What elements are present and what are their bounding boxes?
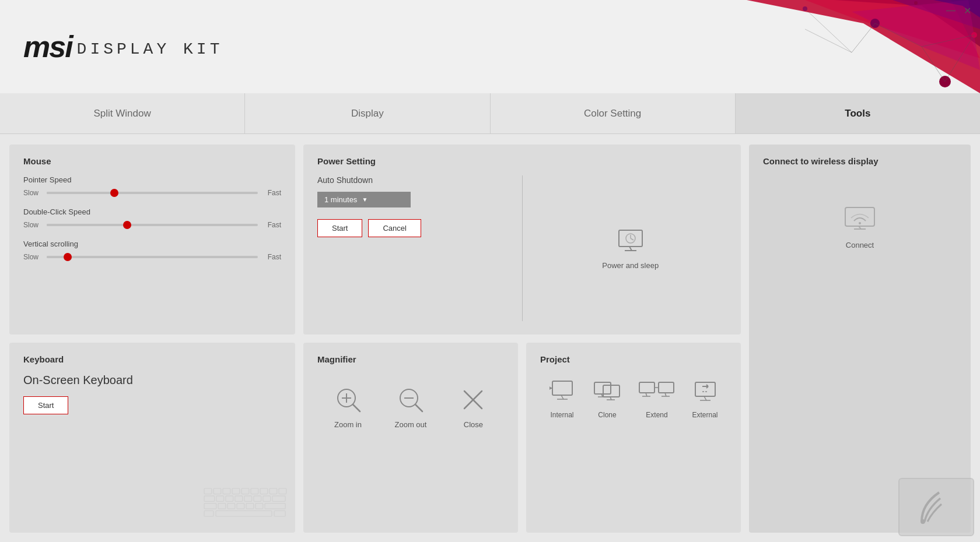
tab-tools[interactable]: Tools [736, 93, 980, 133]
svg-line-84 [704, 396, 706, 400]
power-sleep-section[interactable]: Power and sleep [602, 227, 659, 270]
svg-line-66 [561, 395, 564, 399]
svg-rect-76 [639, 382, 654, 393]
magnifier-card-title: Magnifier [317, 354, 504, 364]
project-card: Project Internal Clone [526, 343, 741, 533]
svg-point-27 [859, 222, 861, 224]
double-fast-label: Fast [264, 221, 281, 229]
pointer-speed-track[interactable] [47, 192, 258, 194]
pointer-fast-label: Fast [264, 189, 281, 197]
svg-rect-52 [265, 504, 285, 509]
zoom-in-item[interactable]: Zoom in [334, 385, 363, 429]
svg-rect-42 [244, 496, 252, 502]
close-button[interactable]: ✕ [961, 5, 973, 16]
header-logo: msi Display Kit [23, 29, 223, 64]
tools-card-title: Connect to wireless display [763, 156, 957, 166]
svg-rect-35 [260, 488, 268, 494]
svg-rect-37 [279, 488, 286, 494]
dropdown-row: 1 minutes ▼ [317, 192, 510, 207]
svg-rect-44 [263, 496, 271, 502]
zoom-out-icon [396, 385, 425, 414]
connect-label: Connect [846, 241, 874, 249]
pointer-speed-label: Pointer Speed [23, 175, 281, 184]
minimize-button[interactable]: — [945, 5, 957, 16]
vertical-fast-label: Fast [264, 253, 281, 261]
keyboard-start-button[interactable]: Start [23, 396, 68, 414]
zoom-in-icon [334, 385, 363, 414]
svg-point-17 [914, 1, 918, 5]
svg-rect-55 [274, 511, 285, 516]
cast-wifi-icon [916, 487, 957, 527]
double-click-track[interactable] [47, 224, 258, 226]
svg-rect-33 [242, 488, 249, 494]
magnifier-icons: Zoom in Zoom out Close [317, 374, 504, 429]
nav-tabs: Split Window Display Color Setting Tools [0, 93, 980, 134]
svg-marker-69 [550, 386, 552, 390]
power-inner: Auto Shutdown 1 minutes ▼ Start Cancel [317, 175, 727, 321]
keyboard-card: Keyboard On-Screen Keyboard Start [9, 343, 295, 533]
main-content: Mouse Pointer Speed Slow Fast Double-Cli… [0, 135, 980, 542]
keyboard-decoration-icon [202, 486, 295, 533]
svg-rect-50 [246, 504, 254, 509]
auto-shutdown-label: Auto Shutdown [317, 175, 510, 185]
auto-shutdown-dropdown[interactable]: 1 minutes ▼ [317, 192, 411, 207]
project-external-item[interactable]: External [691, 379, 720, 419]
clone-label: Clone [598, 411, 616, 419]
svg-rect-30 [214, 488, 221, 494]
svg-rect-45 [272, 496, 285, 502]
power-start-button[interactable]: Start [317, 219, 362, 237]
extend-icon [638, 379, 676, 405]
svg-line-57 [353, 404, 360, 411]
project-extend-item[interactable]: Extend [638, 379, 676, 419]
power-card-title: Power Setting [317, 156, 727, 166]
svg-rect-32 [232, 488, 240, 494]
double-click-label: Double-Click Speed [23, 207, 281, 216]
display-kit-text: Display Kit [77, 40, 223, 58]
magnifier-card: Magnifier Zoom in Zoom out [303, 343, 518, 533]
project-clone-item[interactable]: Clone [592, 379, 624, 419]
svg-line-23 [631, 238, 634, 240]
tab-split-window[interactable]: Split Window [0, 93, 245, 133]
header-decoration [630, 0, 980, 93]
zoom-in-label: Zoom in [334, 420, 362, 429]
vertical-slow-label: Slow [23, 253, 41, 261]
svg-line-14 [805, 29, 852, 52]
power-sleep-label: Power and sleep [602, 261, 659, 270]
tab-color-setting[interactable]: Color Setting [491, 93, 736, 133]
vertical-scroll-track[interactable] [47, 256, 258, 258]
double-click-section: Double-Click Speed Slow Fast [23, 207, 281, 229]
tools-card: Connect to wireless display Connect [749, 145, 971, 533]
svg-point-28 [921, 519, 925, 524]
svg-rect-83 [695, 382, 715, 396]
tab-display[interactable]: Display [245, 93, 490, 133]
external-icon [691, 379, 720, 405]
svg-rect-40 [226, 496, 233, 502]
svg-rect-36 [270, 488, 277, 494]
svg-line-9 [852, 23, 875, 52]
project-card-title: Project [540, 354, 727, 364]
magnifier-close-item[interactable]: Close [459, 385, 488, 429]
svg-rect-65 [552, 381, 572, 395]
project-internal-item[interactable]: Internal [548, 379, 577, 419]
clone-icon [592, 379, 624, 405]
svg-rect-39 [216, 496, 224, 502]
power-cancel-button[interactable]: Cancel [368, 219, 421, 237]
power-right: Power and sleep [523, 175, 727, 321]
cast-device-icon [898, 478, 974, 536]
internal-icon [548, 379, 577, 405]
power-sleep-icon [613, 227, 648, 256]
zoom-out-item[interactable]: Zoom out [395, 385, 427, 429]
header: msi Display Kit [0, 0, 980, 93]
vertical-scroll-section: Vertical scrolling Slow Fast [23, 240, 281, 261]
svg-rect-31 [223, 488, 230, 494]
wireless-display-icon [842, 205, 877, 234]
svg-rect-51 [256, 504, 263, 509]
title-bar: — ✕ [938, 0, 980, 21]
msi-logo-text: msi [23, 29, 72, 64]
pointer-slow-label: Slow [23, 189, 41, 197]
svg-rect-54 [204, 511, 214, 516]
svg-rect-46 [204, 504, 216, 509]
svg-rect-34 [251, 488, 258, 494]
svg-line-61 [415, 404, 422, 411]
svg-line-19 [629, 247, 632, 251]
